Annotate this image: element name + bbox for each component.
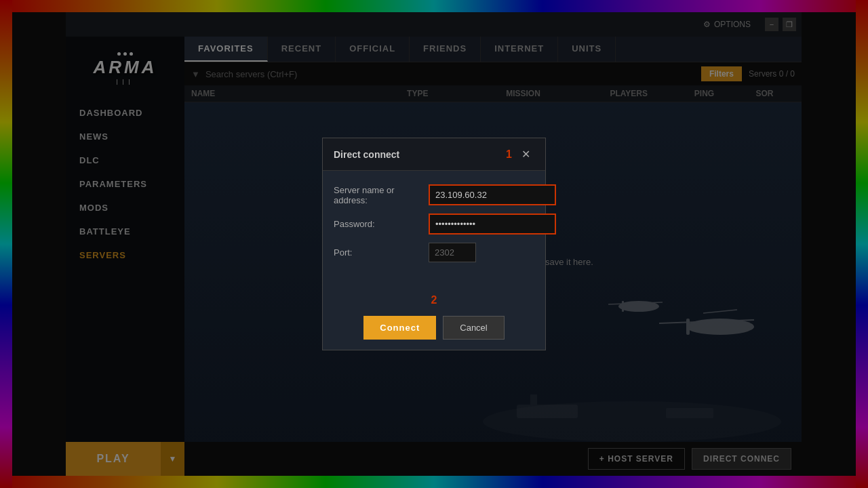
port-row: Port: bbox=[334, 243, 534, 262]
connect-button[interactable]: Connect bbox=[363, 316, 436, 340]
modal-step1-number: 1 bbox=[506, 148, 512, 161]
modal-step2-number: 2 bbox=[431, 294, 437, 306]
port-label: Port: bbox=[334, 247, 429, 258]
server-address-label: Server name or address: bbox=[334, 185, 429, 205]
port-input[interactable] bbox=[429, 243, 476, 262]
password-row: Password: bbox=[334, 214, 534, 235]
modal-footer: 2 Connect Cancel bbox=[323, 284, 545, 350]
server-address-input[interactable] bbox=[429, 184, 556, 205]
server-address-row: Server name or address: bbox=[334, 184, 534, 205]
modal-body: Server name or address: Password: Port: bbox=[323, 171, 545, 284]
modal-header: Direct connect 1 ✕ bbox=[323, 138, 545, 171]
password-label: Password: bbox=[334, 219, 429, 229]
modal-title: Direct connect bbox=[334, 149, 399, 160]
cancel-button[interactable]: Cancel bbox=[443, 316, 504, 340]
password-input[interactable] bbox=[429, 214, 556, 235]
direct-connect-modal: Direct connect 1 ✕ Server name or addres… bbox=[322, 138, 546, 350]
modal-close-button[interactable]: ✕ bbox=[517, 146, 534, 162]
modal-overlay: Direct connect 1 ✕ Server name or addres… bbox=[0, 0, 868, 488]
